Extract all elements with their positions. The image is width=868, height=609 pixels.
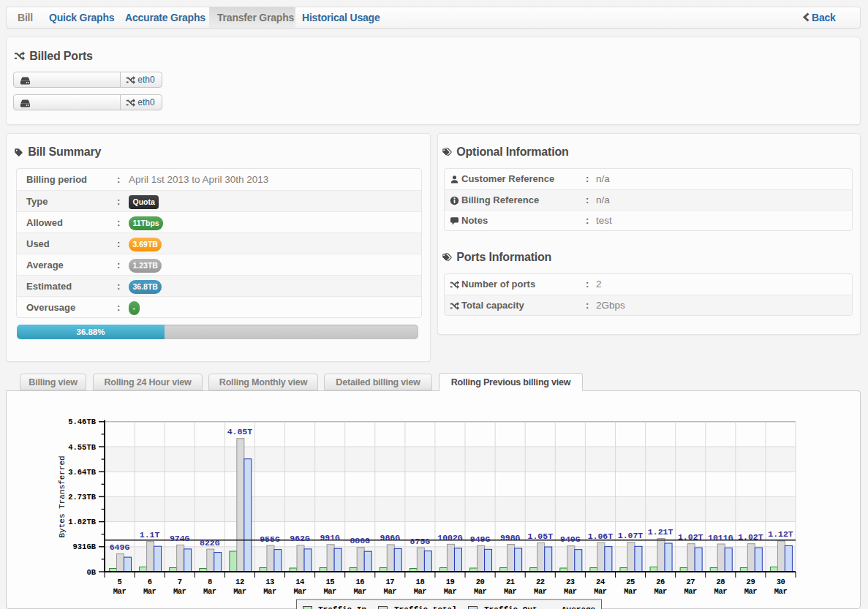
svg-text:14: 14 — [295, 578, 304, 586]
svg-text:Mar: Mar — [444, 587, 457, 596]
svg-text:30: 30 — [777, 578, 785, 586]
svg-text:Mar: Mar — [203, 587, 216, 596]
svg-text:24: 24 — [596, 578, 605, 586]
svg-text:Mar: Mar — [774, 587, 788, 596]
svg-text:1.02T: 1.02T — [738, 532, 763, 542]
svg-text:962G: 962G — [290, 534, 310, 543]
svg-text:19: 19 — [446, 578, 455, 586]
svg-text:949G: 949G — [470, 534, 491, 544]
svg-text:1.12T: 1.12T — [768, 529, 793, 539]
svg-text:Mar: Mar — [353, 587, 366, 596]
svg-text:6: 6 — [148, 578, 152, 586]
svg-text:875G: 875G — [410, 537, 431, 546]
svg-text:1.06T: 1.06T — [588, 532, 614, 541]
svg-text:649G: 649G — [110, 542, 130, 552]
svg-text:7: 7 — [178, 578, 182, 586]
svg-text:25: 25 — [626, 578, 635, 586]
svg-text:26: 26 — [656, 578, 665, 586]
svg-text:955G: 955G — [260, 534, 280, 544]
svg-text:17: 17 — [385, 578, 394, 586]
svg-text:4.55TB: 4.55TB — [68, 443, 97, 452]
svg-text:Mar: Mar — [113, 587, 127, 596]
svg-text:Mar: Mar — [233, 587, 246, 596]
svg-text:940G: 940G — [560, 534, 581, 544]
svg-text:Mar: Mar — [744, 587, 758, 596]
svg-text:Mar: Mar — [143, 587, 156, 596]
svg-text:Mar: Mar — [384, 587, 397, 596]
svg-text:13: 13 — [265, 578, 274, 586]
svg-text:1.82TB: 1.82TB — [68, 518, 97, 526]
svg-text:Mar: Mar — [293, 587, 306, 596]
svg-text:16: 16 — [355, 578, 364, 586]
svg-text:20: 20 — [476, 578, 485, 586]
svg-text:1.02T: 1.02T — [678, 532, 703, 542]
svg-text:21: 21 — [506, 578, 515, 586]
svg-text:18: 18 — [416, 578, 425, 586]
svg-text:1.05T: 1.05T — [528, 532, 554, 541]
svg-text:998G: 998G — [500, 533, 521, 542]
svg-text:Mar: Mar — [654, 587, 667, 596]
svg-text:Traffic total: Traffic total — [394, 605, 457, 609]
svg-text:Mar: Mar — [474, 587, 487, 596]
svg-text:29: 29 — [747, 578, 755, 586]
svg-text:Mar: Mar — [414, 587, 427, 596]
svg-text:0B: 0B — [86, 568, 96, 577]
svg-text:5.46TB: 5.46TB — [68, 417, 97, 426]
svg-text:822G: 822G — [200, 538, 220, 548]
svg-text:Mar: Mar — [684, 587, 697, 596]
svg-text:8: 8 — [208, 578, 212, 586]
svg-text:1.21T: 1.21T — [648, 527, 673, 537]
svg-text:27: 27 — [686, 578, 695, 586]
svg-text:4.85T: 4.85T — [227, 427, 253, 436]
svg-text:Bytes Transferred: Bytes Transferred — [58, 455, 67, 537]
svg-text:5: 5 — [118, 578, 122, 586]
svg-text:2.73TB: 2.73TB — [68, 493, 97, 502]
svg-text:974G: 974G — [170, 534, 190, 543]
svg-text:Mar: Mar — [624, 587, 637, 596]
svg-text:1.1T: 1.1T — [140, 530, 160, 540]
svg-text:23: 23 — [566, 578, 575, 586]
svg-text:28: 28 — [716, 578, 725, 586]
svg-text:1011G: 1011G — [708, 533, 733, 542]
svg-text:Mar: Mar — [173, 587, 186, 596]
svg-text:991G: 991G — [320, 533, 340, 542]
svg-text:Mar: Mar — [714, 587, 728, 596]
svg-text:Mar: Mar — [594, 587, 607, 596]
svg-text:1002G: 1002G — [437, 533, 463, 542]
svg-text:22: 22 — [536, 578, 545, 586]
svg-text:Mar: Mar — [564, 587, 577, 596]
svg-text:1.07T: 1.07T — [618, 531, 644, 540]
svg-text:Mar: Mar — [323, 587, 336, 596]
svg-text:12: 12 — [235, 578, 244, 586]
svg-text:Mar: Mar — [263, 587, 276, 596]
svg-text:986G: 986G — [380, 533, 400, 542]
svg-text:Mar: Mar — [534, 587, 547, 596]
svg-text:3.64TB: 3.64TB — [68, 468, 97, 477]
svg-text:Mar: Mar — [504, 587, 517, 596]
svg-text:886G: 886G — [350, 536, 370, 545]
svg-text:15: 15 — [325, 578, 334, 586]
svg-text:Average: Average — [562, 605, 596, 609]
svg-text:931GB: 931GB — [72, 542, 96, 551]
svg-text:Traffic In: Traffic In — [318, 605, 366, 609]
svg-text:Traffic Out: Traffic Out — [484, 605, 537, 609]
